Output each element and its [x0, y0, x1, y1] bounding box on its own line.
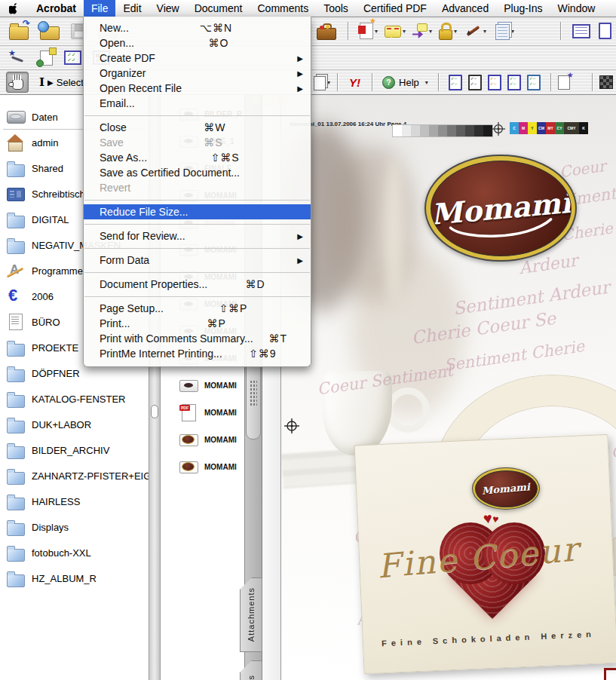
toolbar-button[interactable] [557, 22, 565, 40]
file-thumbnail-icon [179, 405, 199, 420]
menu-item[interactable]: Create PDF ▶ [84, 51, 311, 66]
toolbar-button[interactable]: ▾ [493, 22, 514, 40]
photo-highlight [384, 158, 403, 302]
sidebar-item-label: DUK+LABOR [32, 419, 91, 430]
menu-item[interactable]: Send for Review... ▶ [84, 228, 311, 244]
menu-item[interactable]: Print with Comments Summary... ⌘T [84, 331, 311, 346]
sidebar-item[interactable]: BILDER_ARCHIV [0, 437, 149, 463]
menubar-item[interactable]: View [149, 0, 187, 17]
toolbar-button[interactable]: ▾ [311, 74, 330, 90]
sidebar-item-label: Schreibtisch [32, 188, 85, 200]
menu-item[interactable]: Reduce File Size... [84, 204, 311, 219]
grayscale-step [465, 125, 474, 136]
file-list-item[interactable]: MOMAMI [160, 372, 244, 399]
sidebar-item[interactable]: HAIRLESS [0, 489, 149, 514]
menu-item[interactable]: Open Recent File ▶ [84, 81, 311, 96]
menu-item[interactable]: Print... ⌘P [84, 316, 311, 331]
menu-item[interactable]: Save as Certified Document... [84, 165, 311, 180]
toolbar-button[interactable] [9, 51, 27, 66]
menu-item[interactable] [84, 195, 311, 204]
menu-item[interactable] [84, 111, 311, 120]
menubar-item[interactable]: Certified PDF [356, 0, 434, 17]
menu-item[interactable]: Page Setup... ⇧⌘P [84, 301, 311, 316]
menubar-item[interactable]: Window [550, 0, 603, 17]
select-tool-button[interactable]: I ▶ Select [39, 75, 84, 89]
menubar-item[interactable]: File [84, 0, 116, 17]
toolbar-button[interactable] [345, 22, 353, 40]
sidebar-item[interactable]: KATALOG-FENSTER [0, 386, 149, 412]
menu-item[interactable]: Open... ⌘O [84, 35, 311, 51]
toolbar-button[interactable]: ▾ [412, 23, 432, 38]
menu-item[interactable] [84, 292, 311, 301]
sidebar-scroll-thumb[interactable] [151, 405, 158, 418]
toolbar-button[interactable] [572, 24, 592, 38]
sidebar-item-label: admin [32, 137, 58, 149]
menu-item[interactable]: PrintMe Internet Printing... ⇧⌘9 [84, 346, 311, 361]
toolbar-separator [337, 73, 338, 91]
sidebar-item-label: HAIRLESS [32, 496, 80, 507]
menu-item[interactable]: Form Data ▶ [84, 253, 311, 268]
sidebar-item[interactable]: DUK+LABOR [0, 412, 149, 437]
menu-item[interactable]: Document Properties... ⌘D [84, 277, 311, 292]
menu-item[interactable]: Revert [84, 180, 311, 195]
menu-item[interactable]: Save ⌘S [84, 135, 311, 150]
menu-item-shortcut: ⌘O [209, 37, 229, 49]
toolbar-button[interactable] [527, 75, 541, 90]
toolbar-icon [64, 51, 81, 65]
menubar-item[interactable]: Plug-Ins [496, 0, 550, 17]
menu-item[interactable]: New... ⌥⌘N [84, 20, 311, 35]
nav-tab[interactable]: Attachments [240, 577, 262, 652]
toolbar-button[interactable] [449, 75, 462, 90]
menu-item[interactable] [84, 244, 311, 253]
toolbar-button[interactable] [558, 75, 570, 90]
menubar-item[interactable]: Edit [115, 0, 149, 17]
menu-item[interactable]: Organizer ▶ [84, 66, 311, 81]
toolbar-button[interactable]: ▾ [439, 22, 457, 40]
toolbar-button[interactable] [468, 75, 482, 90]
toolbar-button[interactable] [507, 75, 521, 90]
sidebar-item-label: 2006 [32, 291, 54, 302]
toolbar-button[interactable]: ▾ [385, 24, 406, 38]
menu-item[interactable]: Save As... ⇧⌘S [84, 150, 311, 165]
toolbar-separator [372, 73, 372, 91]
menubar-items: Acrobat File Edit View Document Comments… [29, 0, 602, 17]
hand-tool-button[interactable] [6, 72, 29, 93]
sidebar-item-icon [6, 415, 26, 433]
menubar-item[interactable]: Comments [250, 0, 317, 17]
toolbar-button[interactable] [64, 51, 83, 65]
toolbar-button[interactable] [599, 23, 613, 39]
file-list-item[interactable]: MOMAMI [160, 426, 244, 453]
file-list-item[interactable]: MOMAMI [160, 453, 244, 480]
menu-item[interactable] [84, 219, 311, 228]
toolbar-button[interactable] [599, 75, 613, 89]
toolbar-icon [385, 26, 401, 38]
toolbar-button[interactable] [9, 22, 30, 40]
menu-item[interactable]: Email... [84, 96, 311, 111]
apple-menu[interactable] [0, 2, 29, 14]
menu-item[interactable]: Close ⌘W [84, 120, 311, 135]
nav-tab-label: Comments [247, 675, 256, 680]
menubar-item[interactable]: Document [187, 0, 250, 17]
toolbar-button[interactable]: ▾ [360, 23, 378, 39]
yahoo-toolbar-button[interactable]: Y! [345, 76, 365, 89]
toolbar-button[interactable] [317, 22, 338, 40]
menubar-item[interactable]: Advanced [434, 0, 496, 17]
sidebar-item[interactable]: Displays [0, 514, 149, 540]
momami-logo: Momami [424, 155, 574, 259]
help-button[interactable]: Help [379, 76, 431, 89]
toolbar-button[interactable]: ▾ [464, 23, 486, 39]
file-list-item[interactable]: MOMAMI [160, 399, 244, 426]
menu-item[interactable] [84, 268, 311, 277]
sidebar-item-icon [6, 287, 26, 305]
toolbar-button[interactable] [37, 51, 54, 66]
toolbar-button[interactable] [40, 22, 61, 40]
menu-item-label: Email... [100, 97, 135, 109]
menubar-item[interactable]: Tools [316, 0, 356, 17]
sidebar-item-icon [6, 518, 26, 536]
sidebar-item[interactable]: ZAHNARTZ-PFISTER+EIGL [0, 463, 149, 489]
sidebar-item[interactable]: HZ_ALBUM_R [0, 565, 149, 591]
toolbar-button[interactable] [488, 75, 501, 90]
menubar-item[interactable]: Acrobat [29, 0, 84, 17]
sidebar-item-icon [6, 441, 26, 459]
sidebar-item[interactable]: fotobuch-XXL [0, 540, 149, 565]
